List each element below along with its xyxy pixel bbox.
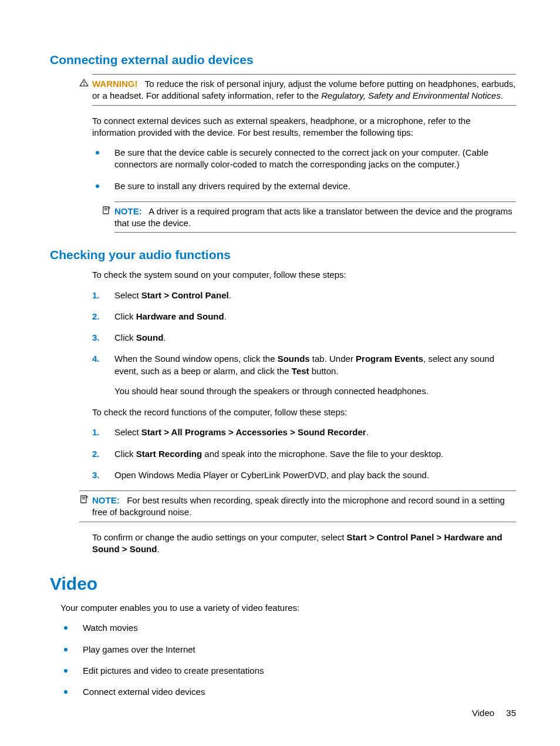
section2-steps-a: Select Start > Control Panel. Click Hard… [92,290,516,398]
step-item: Select Start > Control Panel. [92,290,516,301]
note-text: For best results when recording, speak d… [92,495,505,517]
heading-checking-audio-functions: Checking your audio functions [50,248,516,262]
section1-intro: To connect external devices such as exte… [92,115,516,139]
section2-intro: To check the system sound on your comput… [92,269,516,281]
section1-content: WARNING! To reduce the risk of personal … [92,74,516,233]
note-label: NOTE: [92,495,120,505]
section2-content: To check the system sound on your comput… [92,269,516,555]
heading-connecting-external-audio: Connecting external audio devices [50,53,516,67]
section1-bullet-list: Be sure that the device cable is securel… [92,147,516,192]
note-icon [102,206,111,215]
section3-bullet-list: Watch movies Play games over the Interne… [60,622,516,698]
step-item: Select Start > All Programs > Accessorie… [92,426,516,438]
step-item: Click Sound. [92,332,516,344]
note-text: A driver is a required program that acts… [114,206,512,228]
list-item: Play games over the Internet [60,644,516,656]
list-item: Edit pictures and video to create presen… [60,665,516,677]
footer-page-number: 35 [506,708,516,718]
step-item: Click Hardware and Sound. [92,311,516,322]
warning-label: WARNING! [92,79,138,89]
step-item: Open Windows Media Player or CyberLink P… [92,469,516,481]
warning-admonition: WARNING! To reduce the risk of personal … [92,74,516,106]
step-item: When the Sound window opens, click the S… [92,353,516,397]
note-admonition-2: NOTE: For best results when recording, s… [79,490,516,522]
page-footer: Video 35 [472,708,516,718]
heading-video: Video [50,574,516,594]
warning-text-after: . [501,90,503,100]
step-sub-text: You should hear sound through the speake… [114,385,516,397]
section3-content: Your computer enables you to use a varie… [60,602,516,698]
note-icon [79,495,89,504]
document-page: Connecting external audio devices WARNIN… [0,0,560,746]
step-item: Click Start Recording and speak into the… [92,448,516,460]
section2-steps-b: Select Start > All Programs > Accessorie… [92,426,516,481]
list-item: Be sure to install any drivers required … [92,180,516,192]
section2-mid: To check the record functions of the com… [92,406,516,418]
list-item: Connect external video devices [60,686,516,698]
warning-icon [79,78,89,88]
warning-reference: Regulatory, Safety and Environmental Not… [321,90,501,100]
section2-confirm: To confirm or change the audio settings … [92,532,516,556]
footer-section: Video [472,708,494,718]
note-label: NOTE: [114,206,142,216]
svg-point-1 [84,85,85,85]
section3-intro: Your computer enables you to use a varie… [60,602,516,614]
list-item: Watch movies [60,622,516,634]
note-admonition: NOTE: A driver is a required program tha… [114,201,516,233]
list-item: Be sure that the device cable is securel… [92,147,516,171]
